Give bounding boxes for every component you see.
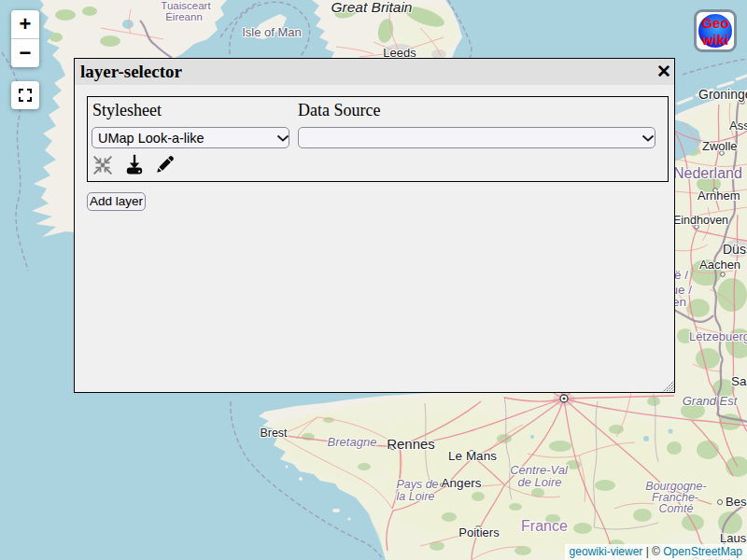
svg-text:France: France (521, 518, 568, 534)
svg-text:Lëtzebuerg: Lëtzebuerg (689, 329, 747, 343)
svg-text:Assen: Assen (729, 119, 747, 133)
svg-text:Arnhem: Arnhem (698, 189, 740, 203)
svg-text:Bretagne: Bretagne (328, 435, 377, 449)
svg-text:Tuaisceart: Tuaisceart (161, 0, 211, 11)
svg-text:la Loire: la Loire (397, 490, 435, 503)
svg-text:Angers: Angers (442, 476, 482, 490)
svg-text:de Loire: de Loire (518, 475, 562, 489)
svg-text:Nederland: Nederland (673, 165, 742, 181)
svg-text:Zwolle: Zwolle (702, 139, 738, 153)
svg-text:Eindhoven: Eindhoven (673, 214, 728, 227)
svg-text:Brest: Brest (260, 427, 288, 440)
svg-text:Great Britain: Great Britain (331, 0, 412, 15)
svg-text:Rennes: Rennes (387, 436, 435, 452)
svg-text:Besançon: Besançon (726, 495, 747, 509)
svg-text:Düsseldorf: Düsseldorf (723, 242, 747, 257)
svg-text:Poitiers: Poitiers (458, 525, 500, 539)
svg-text:Isle of Man: Isle of Man (242, 25, 302, 39)
svg-text:Grand Est: Grand Est (683, 394, 739, 408)
svg-text:Groningen: Groningen (698, 87, 747, 102)
svg-text:Lausanne: Lausanne (720, 531, 747, 545)
svg-text:Le Mans: Le Mans (448, 449, 497, 463)
svg-text:Éireann: Éireann (165, 11, 203, 22)
svg-text:Pays de: Pays de (396, 478, 438, 491)
svg-text:Comté: Comté (659, 502, 694, 515)
svg-text:Saarbrücken: Saarbrücken (731, 374, 747, 388)
svg-text:Aachen: Aachen (699, 258, 740, 272)
